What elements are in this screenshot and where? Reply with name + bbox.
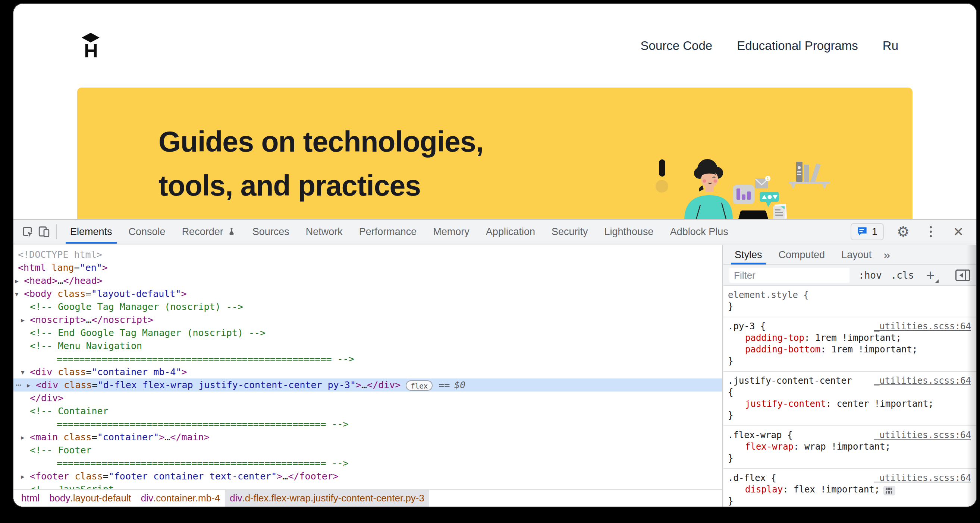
css-property-value[interactable]: flex !important <box>794 484 875 495</box>
rule-close-brace: } <box>728 355 971 367</box>
css-selector[interactable]: element.style { <box>728 290 809 301</box>
issues-button[interactable]: 1 <box>851 223 884 240</box>
site-logo[interactable]: H <box>80 33 102 59</box>
row-overflow-dots[interactable]: ⋯ <box>16 379 22 391</box>
styles-tab-layout[interactable]: Layout <box>833 245 880 265</box>
rule-close-brace: } <box>728 410 971 421</box>
css-rules-list: element.style {}.py-3 {_utilities.scss:6… <box>724 286 976 507</box>
flex-editor-icon[interactable] <box>883 486 895 495</box>
tab-sources[interactable]: Sources <box>244 220 298 244</box>
dom-tree-row[interactable]: ▶<head>…</head> <box>13 274 722 287</box>
rule-open-brace: { <box>728 387 971 398</box>
more-kebab-icon[interactable] <box>923 223 939 240</box>
tab-adblock-plus[interactable]: Adblock Plus <box>662 220 737 244</box>
css-declaration[interactable]: padding-top: 1rem !important; <box>728 332 971 344</box>
dom-tree-row[interactable]: <!-- Footer <box>13 444 722 457</box>
new-style-rule-button[interactable]: + <box>923 269 938 282</box>
dom-tree-row[interactable]: ▼<body class="layout-default"> <box>13 287 722 300</box>
more-tabs-icon[interactable]: » <box>883 248 890 262</box>
dom-tree-row[interactable]: ========================================… <box>13 352 722 365</box>
person-illustration <box>684 159 733 219</box>
css-property-value[interactable]: 1rem !important <box>815 333 896 343</box>
tab-memory[interactable]: Memory <box>425 220 478 244</box>
collapse-arrow-icon[interactable]: ▼ <box>15 288 19 301</box>
dom-tree-row[interactable]: ▶<noscript>…</noscript> <box>13 313 722 326</box>
tab-network[interactable]: Network <box>298 220 351 244</box>
dom-tree-row[interactable]: ▶<main class="container">…</main> <box>13 431 722 444</box>
breadcrumb-item[interactable]: div.container.mb-4 <box>136 490 225 507</box>
css-selector[interactable]: .d-flex { <box>728 472 776 484</box>
issues-bubble-icon <box>857 227 867 236</box>
close-icon[interactable]: ✕ <box>950 223 967 240</box>
stylesheet-link[interactable]: _utilities.scss:64 <box>867 321 971 332</box>
css-property-name[interactable]: padding-top <box>745 333 804 343</box>
dom-tree-row[interactable]: <!DOCTYPE html> <box>13 248 722 261</box>
breadcrumb-item[interactable]: body.layout-default <box>45 490 136 507</box>
tab-performance[interactable]: Performance <box>351 220 425 244</box>
laptop-icon <box>738 211 768 219</box>
css-property-value[interactable]: wrap !important <box>804 441 885 452</box>
breadcrumb-item[interactable]: html <box>16 490 45 507</box>
nav-item-source-code[interactable]: Source Code <box>641 39 713 53</box>
dom-tree-row[interactable]: </div> <box>13 391 722 404</box>
tab-label: Application <box>486 226 535 238</box>
css-property-name[interactable]: justify-content <box>745 399 826 409</box>
css-property-value[interactable]: 1rem !important <box>831 344 912 355</box>
expand-arrow-icon[interactable]: ▶ <box>27 379 30 392</box>
collapse-arrow-icon[interactable]: ▼ <box>21 366 25 379</box>
css-declaration[interactable]: display: flex !important; <box>728 484 971 495</box>
sidebar-toggle-icon[interactable] <box>955 269 970 281</box>
dom-tree-row[interactable]: <html lang="en"> <box>13 261 722 274</box>
css-selector[interactable]: .py-3 { <box>728 321 765 332</box>
css-property-name[interactable]: padding-bottom <box>745 344 820 355</box>
css-declaration[interactable]: flex-wrap: wrap !important; <box>728 441 971 453</box>
dom-tree-row[interactable]: ▼<div class="container mb-4"> <box>13 365 722 379</box>
css-declaration[interactable]: justify-content: center !important; <box>728 398 971 410</box>
rule-close-brace: } <box>728 453 971 464</box>
nav-item-ru[interactable]: Ru <box>883 39 898 53</box>
tab-recorder[interactable]: Recorder <box>174 220 244 244</box>
tab-elements[interactable]: Elements <box>62 220 121 244</box>
css-selector[interactable]: .justify-content-center <box>728 375 852 387</box>
pseudo-state-toggle[interactable]: :hov <box>858 270 882 281</box>
document-icon <box>773 204 787 219</box>
flex-badge[interactable]: flex <box>406 380 433 391</box>
dom-tree-row[interactable]: <!-- End Google Tag Manager (noscript) -… <box>13 326 722 339</box>
styles-tab-styles[interactable]: Styles <box>726 245 770 265</box>
styles-filter-input[interactable] <box>729 268 850 283</box>
expand-arrow-icon[interactable]: ▶ <box>21 431 25 444</box>
tab-application[interactable]: Application <box>478 220 543 244</box>
stylesheet-link[interactable]: _utilities.scss:64 <box>867 472 971 484</box>
dom-tree-row[interactable]: ========================================… <box>13 457 722 470</box>
css-property-name[interactable]: display <box>745 484 783 495</box>
css-selector[interactable]: .flex-wrap { <box>728 429 792 441</box>
css-property-name[interactable]: flex-wrap <box>745 441 794 452</box>
element-classes-toggle[interactable]: .cls <box>891 270 914 281</box>
device-toolbar-icon[interactable] <box>36 223 52 240</box>
stylesheet-link[interactable]: _utilities.scss:64 <box>867 429 971 441</box>
dom-tree-row[interactable]: ⋯▶<div class="d-flex flex-wrap justify-c… <box>13 379 722 391</box>
tab-lighthouse[interactable]: Lighthouse <box>596 220 662 244</box>
expand-arrow-icon[interactable]: ▶ <box>21 314 25 327</box>
exclamation-icon <box>655 159 668 193</box>
nav-item-educational-programs[interactable]: Educational Programs <box>737 39 858 53</box>
dom-tree-row[interactable]: ========================================… <box>13 418 722 431</box>
dom-tree-row[interactable]: ▶<footer class="footer container text-ce… <box>13 470 722 483</box>
tab-security[interactable]: Security <box>543 220 596 244</box>
dom-tree-row[interactable]: <!-- Container <box>13 404 722 418</box>
expand-arrow-icon[interactable]: ▶ <box>15 274 19 288</box>
tab-label: Recorder <box>182 226 223 238</box>
settings-gear-icon[interactable]: ⚙ <box>895 223 912 240</box>
tab-console[interactable]: Console <box>121 220 174 244</box>
dom-tree-row[interactable]: <!-- Menu Navigation <box>13 339 722 352</box>
css-property-value[interactable]: center !important <box>837 399 929 409</box>
expand-arrow-icon[interactable]: ▶ <box>21 470 25 483</box>
css-declaration[interactable]: padding-bottom: 1rem !important; <box>728 344 971 355</box>
dom-tree: <!DOCTYPE html><html lang="en">▶<head>…<… <box>13 245 722 489</box>
breadcrumb-item[interactable]: div.d-flex.flex-wrap.justify-content-cen… <box>225 490 429 507</box>
inspect-icon[interactable] <box>19 223 36 240</box>
dom-tree-row[interactable]: <!-- JavaScript <box>13 483 722 489</box>
dom-tree-row[interactable]: <!-- Google Tag Manager (noscript) --> <box>13 300 722 313</box>
stylesheet-link[interactable]: _utilities.scss:64 <box>867 375 971 387</box>
styles-tab-computed[interactable]: Computed <box>770 245 834 265</box>
